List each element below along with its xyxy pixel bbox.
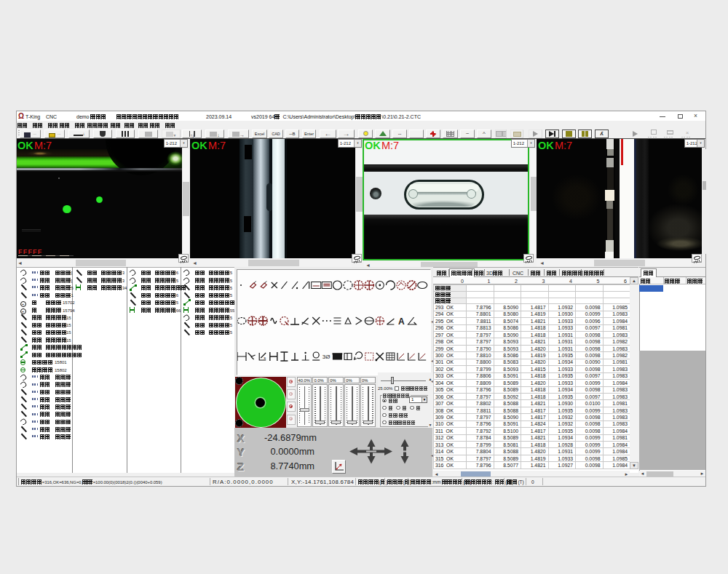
svg-text:s: s xyxy=(264,356,266,360)
svg-text:3Ø: 3Ø xyxy=(323,354,331,360)
svg-text:A: A xyxy=(398,316,405,327)
